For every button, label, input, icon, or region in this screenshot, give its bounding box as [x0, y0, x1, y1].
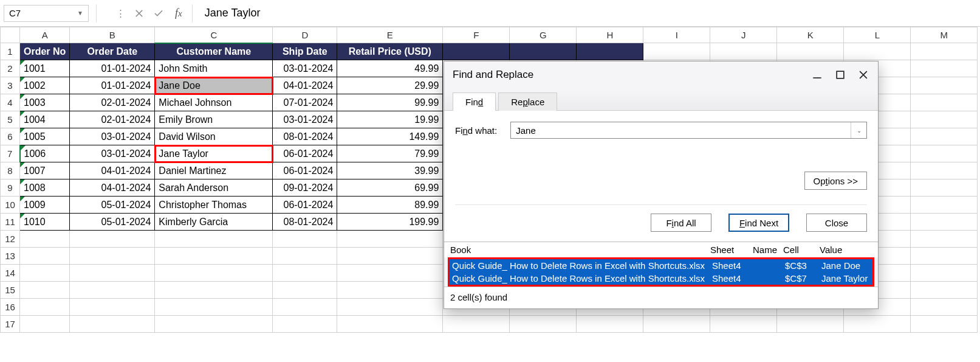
cell-B11[interactable]: 05-01-2024 — [70, 214, 155, 231]
row-header[interactable]: 6 — [1, 128, 20, 145]
row-header[interactable]: 17 — [1, 316, 20, 333]
cell-B15[interactable] — [70, 282, 155, 299]
cell-E1[interactable]: Retail Price (USD) — [337, 43, 443, 60]
find-what-dropdown-icon[interactable]: ⌄ — [851, 122, 866, 138]
enter-icon[interactable] — [153, 8, 164, 19]
cell-M17[interactable] — [911, 316, 978, 333]
cell-A7[interactable]: 1006 — [20, 145, 70, 162]
cell-M11[interactable] — [911, 214, 978, 231]
cell-E15[interactable] — [337, 282, 443, 299]
cell-B4[interactable]: 02-01-2024 — [70, 94, 155, 111]
cell-H17[interactable] — [577, 316, 643, 333]
row-header[interactable]: 13 — [1, 248, 20, 265]
row-header[interactable]: 11 — [1, 214, 20, 231]
cell-M12[interactable] — [911, 231, 978, 248]
column-header-B[interactable]: B — [70, 27, 155, 43]
cell-A2[interactable]: 1001 — [20, 60, 70, 77]
row-header[interactable]: 12 — [1, 231, 20, 248]
cell-M13[interactable] — [911, 248, 978, 265]
cell-I1[interactable] — [643, 43, 710, 60]
column-header-H[interactable]: H — [577, 27, 643, 43]
close-button[interactable]: Close — [806, 214, 867, 232]
cell-A14[interactable] — [20, 265, 70, 282]
cell-C10[interactable]: Christopher Thomas — [155, 197, 273, 214]
cell-B13[interactable] — [70, 248, 155, 265]
column-header-L[interactable]: L — [844, 27, 911, 43]
cell-D4[interactable]: 07-01-2024 — [273, 94, 337, 111]
cell-A6[interactable]: 1005 — [20, 128, 70, 145]
cell-E10[interactable]: 89.99 — [337, 197, 443, 214]
cell-D7[interactable]: 06-01-2024 — [273, 145, 337, 162]
cell-D10[interactable]: 06-01-2024 — [273, 197, 337, 214]
cell-M9[interactable] — [911, 179, 978, 197]
cell-C14[interactable] — [155, 265, 273, 282]
cell-L1[interactable] — [844, 43, 911, 60]
cell-A12[interactable] — [20, 231, 70, 248]
maximize-icon[interactable] — [834, 69, 846, 81]
cell-A3[interactable]: 1002 — [20, 77, 70, 94]
dialog-titlebar[interactable]: Find and Replace — [444, 61, 878, 88]
cell-K1[interactable] — [777, 43, 844, 60]
cancel-icon[interactable] — [134, 8, 145, 19]
cell-E7[interactable]: 79.99 — [337, 145, 443, 162]
results-header-sheet[interactable]: Sheet — [710, 245, 753, 255]
cell-C6[interactable]: David Wilson — [155, 128, 273, 145]
cell-B2[interactable]: 01-01-2024 — [70, 60, 155, 77]
result-row[interactable]: Quick Guide_ How to Delete Rows in Excel… — [450, 272, 872, 285]
tab-replace[interactable]: Replace — [498, 92, 557, 111]
cell-E12[interactable] — [337, 231, 443, 248]
cell-M6[interactable] — [911, 128, 978, 145]
cell-D6[interactable]: 08-01-2024 — [273, 128, 337, 145]
cell-M10[interactable] — [911, 197, 978, 214]
column-header-I[interactable]: I — [643, 27, 710, 43]
row-header[interactable]: 1 — [1, 43, 20, 60]
options-button[interactable]: Options >> — [804, 172, 867, 190]
find-what-input[interactable] — [511, 122, 851, 138]
minimize-icon[interactable] — [811, 69, 823, 81]
column-header-J[interactable]: J — [710, 27, 777, 43]
cell-B7[interactable]: 03-01-2024 — [70, 145, 155, 162]
row-header[interactable]: 3 — [1, 77, 20, 94]
column-header-K[interactable]: K — [777, 27, 844, 43]
cell-A16[interactable] — [20, 299, 70, 316]
cell-B5[interactable]: 02-01-2024 — [70, 111, 155, 128]
cell-C13[interactable] — [155, 248, 273, 265]
cell-A8[interactable]: 1007 — [20, 162, 70, 179]
cell-M2[interactable] — [911, 60, 978, 77]
cell-C2[interactable]: John Smith — [155, 60, 273, 77]
cell-C3[interactable]: Jane Doe — [155, 77, 273, 94]
cell-D12[interactable] — [273, 231, 337, 248]
cell-D11[interactable]: 08-01-2024 — [273, 214, 337, 231]
column-header-A[interactable]: A — [20, 27, 70, 43]
cell-M4[interactable] — [911, 94, 978, 111]
cell-C5[interactable]: Emily Brown — [155, 111, 273, 128]
cell-D5[interactable]: 03-01-2024 — [273, 111, 337, 128]
cell-A11[interactable]: 1010 — [20, 214, 70, 231]
cell-A17[interactable] — [20, 316, 70, 333]
row-header[interactable]: 7 — [1, 145, 20, 162]
find-next-button[interactable]: Find Next — [728, 214, 789, 232]
cell-M16[interactable] — [911, 299, 978, 316]
column-header-C[interactable]: C — [155, 27, 273, 43]
cell-D15[interactable] — [273, 282, 337, 299]
cell-I17[interactable] — [643, 316, 710, 333]
cell-C17[interactable] — [155, 316, 273, 333]
cell-E4[interactable]: 99.99 — [337, 94, 443, 111]
cell-B12[interactable] — [70, 231, 155, 248]
find-all-button[interactable]: Find All — [651, 214, 711, 232]
cell-K17[interactable] — [777, 316, 844, 333]
row-header[interactable]: 15 — [1, 282, 20, 299]
cell-M5[interactable] — [911, 111, 978, 128]
cell-C4[interactable]: Michael Johnson — [155, 94, 273, 111]
close-icon[interactable] — [857, 69, 869, 81]
cell-A15[interactable] — [20, 282, 70, 299]
cell-A5[interactable]: 1004 — [20, 111, 70, 128]
cell-C15[interactable] — [155, 282, 273, 299]
cell-B1[interactable]: Order Date — [70, 43, 155, 60]
cell-F17[interactable] — [443, 316, 510, 333]
cell-C16[interactable] — [155, 299, 273, 316]
cell-J1[interactable] — [710, 43, 777, 60]
row-header[interactable]: 8 — [1, 162, 20, 179]
cell-C9[interactable]: Sarah Anderson — [155, 179, 273, 197]
cell-D9[interactable]: 09-01-2024 — [273, 179, 337, 197]
